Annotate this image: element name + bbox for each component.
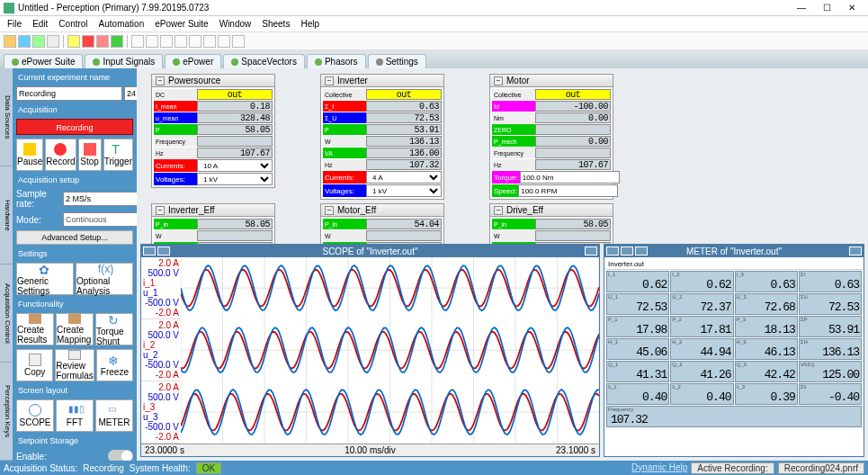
torque-shunt-button[interactable]: ↻Torque Shunt [95,313,133,345]
stop-button[interactable]: Stop [78,139,102,171]
create-results-button[interactable]: Create Results [16,313,54,345]
review-formulas-button[interactable]: Review Formulas [55,349,94,381]
fft-layout-button[interactable]: ▮▮▯FFT [56,399,94,432]
recording-button[interactable]: Recording [16,119,133,135]
meter-cell: H_145.06 [606,338,669,360]
tab-phasors[interactable]: Phasors [307,54,366,68]
trigger-button[interactable]: TTrigger [103,139,133,171]
dynamic-help-link[interactable]: Dynamic Help [631,462,687,474]
expand-icon[interactable]: − [156,76,165,85]
scope-btn-2[interactable] [157,246,170,255]
meter-cell: ΣU72.53 [799,293,862,315]
meter-menu-icon[interactable] [849,246,862,255]
scope-title: SCOPE of "Inverter.out" [322,246,417,256]
window-title: Untitled - Perception (Primary) 7.99.201… [18,3,789,13]
powersource-block: −Powersource DCout I_mean0.18u_mean328.4… [151,74,275,188]
meter-cell: U_372.68 [735,293,798,315]
meter-title: METER of "Inverter.out" [686,246,782,256]
pause-button[interactable]: Pause [16,139,43,171]
tool-9[interactable] [189,35,201,48]
voltages-select[interactable]: 1 kV [197,173,273,185]
inv-currents-select[interactable]: 4 A [366,171,442,184]
speed-input[interactable] [518,184,618,197]
tool-stop[interactable] [96,35,109,48]
settings-header: Settings [16,248,133,259]
tool-8[interactable] [174,35,187,48]
recording-name-input[interactable] [16,86,122,101]
generic-settings-button[interactable]: ✿Generic Settings [16,263,74,295]
menu-help[interactable]: Help [300,19,319,29]
meter-cell: P_217.81 [670,316,733,337]
sample-rate-input[interactable] [63,192,137,206]
scope-btn-1[interactable] [143,246,156,255]
menu-epower[interactable]: ePower Suite [155,19,208,29]
sidetab-data[interactable]: Data Sources [0,68,13,166]
tool-7[interactable] [160,35,173,48]
inv-voltages-select[interactable]: 1 kV [366,184,442,197]
tool-1[interactable] [4,35,16,48]
menu-file[interactable]: File [7,19,22,29]
tool-trig[interactable] [111,35,123,48]
meter-layout-button[interactable]: ▭METER [95,399,133,432]
expand-icon[interactable]: − [325,76,334,85]
close-button[interactable]: ✕ [839,3,864,13]
minimize-button[interactable]: — [789,3,814,13]
optional-analysis-button[interactable]: f(x)Optional Analysis [76,263,133,295]
freeze-button[interactable]: ❄Freeze [96,349,133,381]
meter-cell: P_318.13 [735,316,798,337]
menu-control[interactable]: Control [58,19,87,29]
meter-cell: U_172.53 [606,293,669,315]
meter-cell: ΣI0.63 [799,271,862,292]
toolbar [0,32,868,50]
tool-12[interactable] [232,35,245,48]
scope-xdiv: 10.00 ms/div [345,445,396,455]
meter-cell: ΣH136.13 [799,338,862,360]
maximize-button[interactable]: ☐ [814,3,839,13]
tool-rec[interactable] [82,35,94,48]
advanced-setup-button[interactable]: Advanced Setup... [16,230,133,245]
meter-cell: λ_30.39 [735,383,798,405]
torque-input[interactable] [520,171,620,184]
meter-cell: Q_241.26 [670,361,733,382]
tab-input-signals[interactable]: Input Signals [85,54,163,68]
scope-panel: SCOPE of "Inverter.out" 2.0 A500.0 Vi_1u… [140,244,600,457]
active-rec-file: Recording024.pnrf [778,462,864,474]
sidetab-keys[interactable]: Perception Keys [0,363,13,461]
tool-5[interactable] [131,35,144,48]
record-button[interactable]: Record [45,139,76,171]
currents-select[interactable]: 10 A [197,159,273,172]
tool-6[interactable] [146,35,158,48]
expand-icon[interactable]: − [494,76,503,85]
tab-epower-suite[interactable]: ePower Suite [4,54,83,68]
menu-window[interactable]: Window [219,19,252,29]
tab-spacevectors[interactable]: SpaceVectors [223,54,305,68]
tool-11[interactable] [218,35,230,48]
recording-num-input[interactable] [124,86,137,101]
scope-layout-button[interactable]: SCOPE [16,399,54,432]
layout-header: Screen layout [16,385,133,396]
tool-pause[interactable] [67,35,80,48]
meter-panel: METER of "Inverter.out" Inverter.out I_1… [604,244,864,457]
tool-2[interactable] [18,35,31,48]
meter-btn-1[interactable] [606,246,619,255]
create-mapping-button[interactable]: Create Mapping [56,313,94,345]
menu-automation[interactable]: Automation [99,19,145,29]
meter-cell: I_20.62 [670,271,733,292]
copy-button[interactable]: Copy [16,349,53,381]
menu-sheets[interactable]: Sheets [262,19,290,29]
scope-menu-icon[interactable] [585,246,597,255]
sidetab-hw[interactable]: Hardware [0,166,13,264]
meter-btn-2[interactable] [621,246,633,255]
tab-settings[interactable]: Settings [368,54,426,68]
meter-btn-3[interactable] [635,246,648,255]
inverter-block: −Inverter Collectiveout Σ_I0.63Σ_U72.53P… [320,74,444,200]
menu-edit[interactable]: Edit [32,19,48,29]
sidetab-acq[interactable]: Acquisition Control [0,264,13,363]
tool-10[interactable] [203,35,216,48]
tool-4[interactable] [47,35,59,48]
tab-epower[interactable]: ePower [165,54,221,68]
setup-header: Acquisition setup [16,175,133,185]
enable-toggle[interactable] [108,450,133,461]
tool-3[interactable] [32,35,45,48]
meter-cell: U_272.37 [670,293,733,315]
